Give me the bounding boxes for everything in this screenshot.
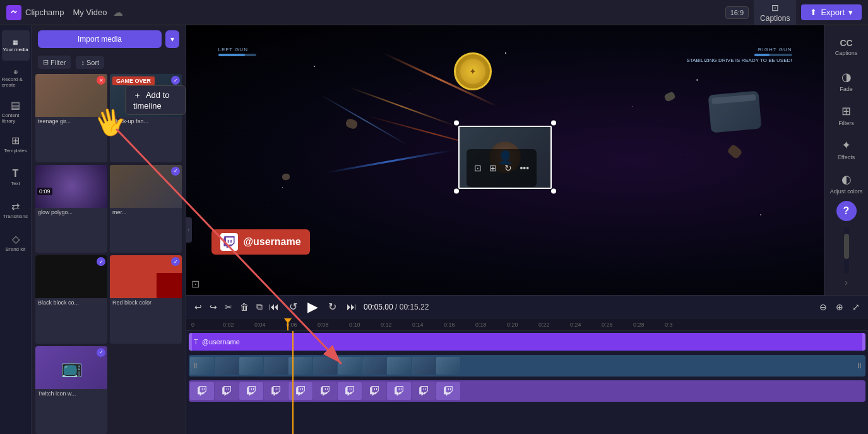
- tool-fade[interactable]: ◑ Fade: [826, 64, 867, 97]
- delete-button[interactable]: 🗑: [237, 301, 252, 313]
- tool-filters[interactable]: ⊞ Filters: [826, 99, 867, 131]
- fade-icon: ◑: [841, 70, 852, 84]
- playhead-line: [292, 331, 294, 434]
- export-label: Export: [821, 8, 845, 17]
- filters-label: Filters: [838, 120, 854, 126]
- pip-handle-tr[interactable]: [551, 120, 556, 125]
- twitch-track[interactable]: [189, 380, 865, 402]
- scroll-thumb: [844, 234, 849, 259]
- sidebar-item-templates[interactable]: ⊞ Templates: [2, 129, 30, 159]
- skip-back-button[interactable]: ⏮: [266, 300, 282, 314]
- video-track[interactable]: ⏸ ⏸: [189, 355, 865, 377]
- sidebar-item-brand-kit[interactable]: ◇ Brand kit: [2, 227, 30, 258]
- text-track-row: T @username: [186, 331, 868, 353]
- app-name: Clipchamp: [25, 8, 64, 17]
- ruler-inner: 0 0:02 0:04 0:06 0:08 0:10 0:12 0:14 0:1…: [186, 318, 868, 330]
- logo-icon: [6, 5, 21, 20]
- media-item-label: glow polygo...: [35, 208, 107, 217]
- twitch-track-thumb: [264, 382, 288, 400]
- twitch-track-thumb: [436, 382, 460, 400]
- playhead-ruler-marker: [287, 318, 288, 330]
- sidebar-item-transitions[interactable]: ⇄ Transitions: [2, 195, 30, 225]
- skip-forward-button[interactable]: ⏭: [343, 300, 360, 314]
- export-button[interactable]: ⬆ Export ▾: [801, 4, 862, 20]
- list-item[interactable]: ✓ Red block color: [110, 255, 182, 344]
- crop-button[interactable]: ⊡: [472, 152, 484, 184]
- duplicate-button[interactable]: ⧉: [253, 300, 266, 313]
- star: [410, 93, 410, 93]
- rewind-button[interactable]: ↺: [286, 299, 300, 314]
- forward-button[interactable]: ↻: [325, 299, 340, 314]
- media-item-label: Twitch icon w...: [35, 389, 107, 398]
- list-item[interactable]: ✓ Black block co...: [35, 255, 107, 344]
- help-button[interactable]: ?: [836, 201, 857, 221]
- ruler-mark-2: 0:04: [254, 322, 266, 328]
- list-item[interactable]: ✕ teenage gir...: [35, 74, 107, 162]
- media-item-label: Red block color: [110, 298, 182, 307]
- media-panel-header: Import media ▾: [32, 25, 186, 53]
- list-item[interactable]: GAME OVER ✓ + Mock-up fan... ✓: [110, 74, 182, 162]
- list-item[interactable]: 📺 ✓ Twitch icon w...: [35, 346, 107, 435]
- sort-button[interactable]: ↕ Sort: [76, 56, 104, 69]
- more-button[interactable]: •••: [517, 152, 532, 184]
- pip-handle-br[interactable]: [551, 188, 556, 193]
- import-media-button[interactable]: Import media: [38, 30, 162, 48]
- captions-icon: ⊡: [771, 3, 779, 13]
- right-tools: CC Captions ◑ Fade ⊞ Filters ✦ Effects ◐: [824, 25, 868, 295]
- pip-handle-bl[interactable]: [454, 188, 459, 193]
- expand-timeline-button[interactable]: ⤢: [849, 301, 863, 313]
- twitch-overlay-bar: @username: [211, 229, 309, 255]
- ruler-mark-0: 0: [191, 322, 194, 328]
- zoom-in-button[interactable]: ⊕: [833, 301, 847, 313]
- video-thumb: [387, 357, 411, 375]
- timeline-tracks-container: T @username: [186, 331, 868, 434]
- right-scroll[interactable]: [844, 227, 849, 274]
- subtitles-icon[interactable]: ⊡: [191, 278, 199, 290]
- tool-captions[interactable]: CC Captions: [826, 30, 867, 63]
- video-track-row: ⏸ ⏸: [186, 354, 868, 378]
- time-display: 00:05.00 / 00:15.22: [364, 303, 429, 311]
- ruler-mark-8: 0:16: [444, 322, 455, 328]
- list-item[interactable]: 0:09 glow polygo...: [35, 165, 107, 253]
- tool-adjust-colors[interactable]: ◐ Adjust colors: [826, 167, 867, 200]
- media-grid: ✕ teenage gir... GAME OVER ✓ + Mock-up f…: [32, 74, 186, 434]
- media-item-label: Black block co...: [35, 298, 107, 307]
- undo-button[interactable]: ↩: [191, 301, 205, 313]
- zoom-out-button[interactable]: ⊖: [816, 301, 830, 313]
- brand-kit-icon: ◇: [12, 233, 20, 245]
- list-item[interactable]: ✓ mer...: [110, 165, 182, 253]
- sidebar-item-content-library[interactable]: ▤ Content library: [2, 96, 30, 126]
- twitch-track-thumb: [362, 382, 386, 400]
- sidebar-icons: ▦ Your media ⊕ Record & create ▤ Content…: [0, 25, 32, 434]
- twitch-track-thumb: [387, 382, 411, 400]
- right-area: LEFT GUN RIGHT GUN STABILIZING DRIVE IS …: [186, 25, 868, 434]
- transitions-label: Transitions: [3, 214, 28, 219]
- sidebar-item-record-create[interactable]: ⊕ Record & create: [2, 63, 30, 93]
- video-track-thumbnails: [189, 355, 461, 377]
- import-dropdown-button[interactable]: ▾: [165, 30, 179, 48]
- topbar: Clipchamp My Video ☁ 16:9 ⊡ Captions ⬆ E…: [0, 0, 868, 25]
- star: [505, 52, 506, 54]
- collapse-panel-handle[interactable]: ‹: [186, 217, 192, 243]
- track-resize-left[interactable]: [189, 333, 192, 351]
- text-track[interactable]: T @username: [189, 333, 865, 351]
- tool-effects[interactable]: ✦ Effects: [826, 133, 867, 166]
- pip-handle-tl[interactable]: [454, 120, 459, 125]
- resize-button[interactable]: ⊞: [487, 152, 499, 184]
- rotate-button[interactable]: ↻: [502, 152, 514, 184]
- play-button[interactable]: ▶: [304, 298, 321, 316]
- filters-icon: ⊞: [841, 104, 851, 118]
- track-resize-right[interactable]: [862, 333, 865, 351]
- cut-button[interactable]: ✂: [222, 301, 235, 313]
- text-label: Text: [11, 181, 20, 186]
- captions-tool-icon: CC: [840, 38, 852, 48]
- redo-button[interactable]: ↪: [206, 301, 220, 313]
- templates-icon: ⊞: [11, 135, 20, 147]
- sidebar-item-text[interactable]: T Text: [2, 162, 30, 192]
- collapse-right-button[interactable]: ›: [842, 275, 850, 290]
- sidebar-item-your-media[interactable]: ▦ Your media: [2, 30, 30, 61]
- captions-button[interactable]: ⊡ Captions: [754, 0, 796, 26]
- record-create-icon: ⊕: [13, 69, 18, 75]
- filter-button[interactable]: ⊟ Filter: [38, 56, 71, 69]
- time-separator: /: [395, 303, 397, 311]
